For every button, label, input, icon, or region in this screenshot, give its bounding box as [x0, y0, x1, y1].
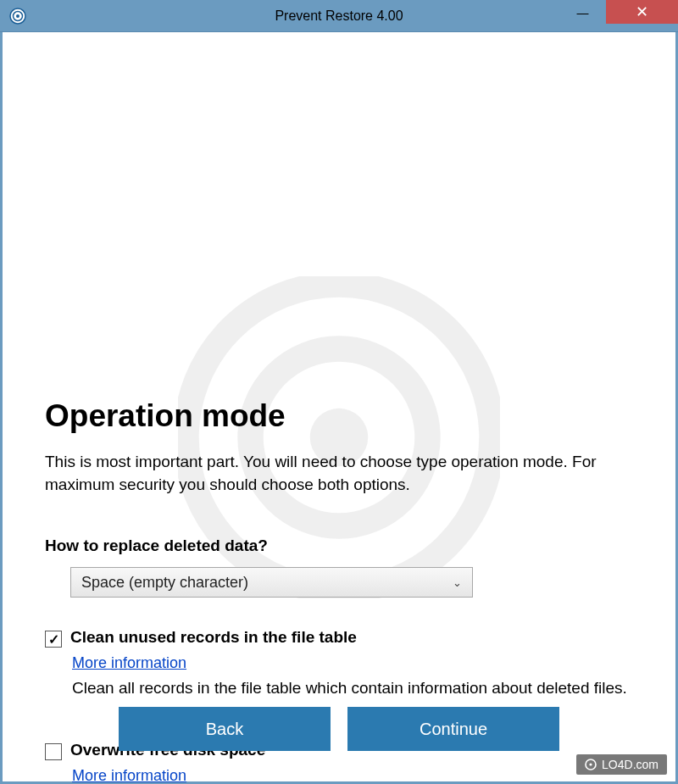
close-button[interactable]: ✕	[606, 0, 678, 24]
option-clean-records: ✓ Clean unused records in the file table	[45, 628, 633, 648]
svg-point-7	[589, 763, 592, 765]
caption-buttons: — ✕	[559, 0, 678, 31]
clean-records-label: Clean unused records in the file table	[70, 628, 357, 647]
clean-records-desc: Clean all records in the file table whic…	[72, 677, 633, 700]
page-intro: This is most important part. You will ne…	[45, 451, 633, 496]
svg-point-2	[16, 14, 19, 18]
clean-records-checkbox[interactable]: ✓	[45, 631, 62, 648]
titlebar[interactable]: Prevent Restore 4.00 — ✕	[0, 0, 678, 32]
minimize-button[interactable]: —	[559, 0, 606, 25]
replace-question-label: How to replace deleted data?	[45, 537, 633, 555]
overwrite-free-more-link[interactable]: More information	[72, 767, 633, 784]
lo4d-watermark: LO4D.com	[576, 754, 667, 775]
page-heading: Operation mode	[45, 398, 633, 434]
back-button[interactable]: Back	[119, 707, 331, 751]
window-content: Operation mode This is most important pa…	[0, 32, 678, 784]
clean-records-more-link[interactable]: More information	[72, 654, 633, 672]
chevron-down-icon: ⌄	[453, 576, 462, 589]
button-row: Back Continue	[9, 707, 669, 751]
lo4d-text: LO4D.com	[602, 758, 659, 771]
svg-point-4	[251, 349, 428, 526]
app-window: Prevent Restore 4.00 — ✕ Operation mode …	[0, 0, 678, 784]
continue-button[interactable]: Continue	[347, 707, 559, 751]
dropdown-value: Space (empty character)	[81, 574, 248, 592]
replace-method-dropdown[interactable]: Space (empty character) ⌄	[70, 567, 473, 598]
app-icon	[8, 7, 27, 25]
wizard-panel: Operation mode This is most important pa…	[9, 39, 669, 775]
